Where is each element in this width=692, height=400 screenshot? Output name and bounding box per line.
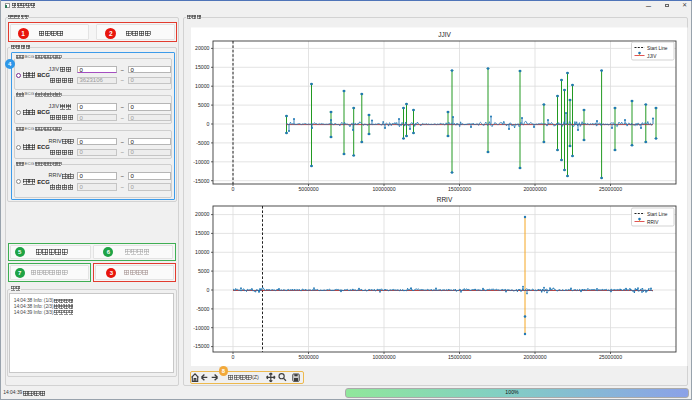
svg-text:10000000: 10000000 bbox=[372, 354, 395, 360]
svg-text:10000: 10000 bbox=[195, 249, 210, 255]
svg-text:10000000: 10000000 bbox=[372, 186, 395, 192]
svg-text:25000000: 25000000 bbox=[599, 354, 622, 360]
svg-text:-5000: -5000 bbox=[196, 140, 209, 146]
svg-text:20000000: 20000000 bbox=[523, 186, 546, 192]
svg-text:RRIV: RRIV bbox=[437, 196, 453, 203]
svg-text:5000000: 5000000 bbox=[298, 354, 318, 360]
svg-text:20000: 20000 bbox=[195, 211, 210, 217]
svg-text:15000000: 15000000 bbox=[448, 354, 471, 360]
svg-text:20000000: 20000000 bbox=[523, 354, 546, 360]
svg-text:Start Line: Start Line bbox=[647, 46, 668, 51]
svg-text:5000: 5000 bbox=[198, 102, 210, 108]
svg-text:0: 0 bbox=[232, 354, 235, 360]
svg-text:15000: 15000 bbox=[195, 64, 210, 70]
svg-text:Start Line: Start Line bbox=[647, 212, 668, 217]
svg-text:JJIV: JJIV bbox=[647, 54, 657, 59]
svg-text:-15000: -15000 bbox=[193, 343, 209, 349]
svg-text:0: 0 bbox=[232, 186, 235, 192]
svg-text:10000: 10000 bbox=[195, 83, 210, 89]
svg-text:20000: 20000 bbox=[195, 45, 210, 51]
svg-text:JJIV: JJIV bbox=[438, 31, 451, 38]
svg-text:15000: 15000 bbox=[195, 230, 210, 236]
svg-text:5000000: 5000000 bbox=[298, 186, 318, 192]
svg-text:-15000: -15000 bbox=[193, 178, 209, 184]
svg-text:-10000: -10000 bbox=[193, 159, 209, 165]
svg-text:RRIV: RRIV bbox=[647, 220, 659, 225]
svg-text:-10000: -10000 bbox=[193, 325, 209, 331]
svg-text:-5000: -5000 bbox=[196, 306, 209, 312]
svg-text:0: 0 bbox=[207, 287, 210, 293]
svg-text:0: 0 bbox=[207, 121, 210, 127]
svg-text:25000000: 25000000 bbox=[599, 186, 622, 192]
svg-text:15000000: 15000000 bbox=[448, 186, 471, 192]
svg-text:5000: 5000 bbox=[198, 268, 210, 274]
